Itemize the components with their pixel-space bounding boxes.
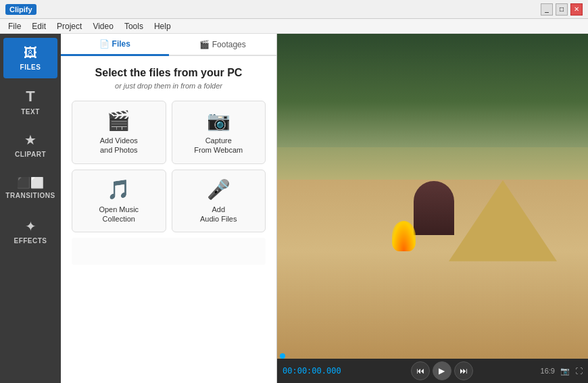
panel-subtitle: or just drop them in from a folder xyxy=(72,82,266,90)
title-bar: Clipify _ □ ✕ xyxy=(0,0,588,19)
menu-project[interactable]: Project xyxy=(51,20,87,32)
effects-icon: ✦ xyxy=(25,218,36,234)
play-button[interactable]: ▶ xyxy=(433,361,451,380)
playback-controls: ⏮ ▶ ⏭ xyxy=(411,361,473,380)
action-grid: 🎬 Add Videosand Photos 📷 CaptureFrom Web… xyxy=(72,101,266,232)
footages-tab-label: Footages xyxy=(212,40,246,49)
music-icon: 🎵 xyxy=(107,178,130,201)
app-logo: Clipify xyxy=(5,4,36,15)
sidebar-item-clipart[interactable]: ★ CLIPART xyxy=(3,124,57,165)
scene-sky xyxy=(277,34,588,147)
preview-area: 00:00:00.000 ⏮ ▶ ⏭ 16:9 📷 ⛶ xyxy=(277,34,588,383)
main-container: 🖼 FILES T TEXT ★ CLIPART ⬛⬜ TRANSITIONS … xyxy=(0,34,588,383)
sidebar-effects-label: EFFECTS xyxy=(14,237,47,245)
sidebar-clipart-label: CLIPART xyxy=(15,151,46,158)
menu-tools[interactable]: Tools xyxy=(119,20,149,32)
forward-button[interactable]: ⏭ xyxy=(454,361,473,380)
time-display: 00:00:00.000 xyxy=(283,366,343,376)
music-label: Open MusicCollection xyxy=(99,205,139,224)
menu-file[interactable]: File xyxy=(3,20,26,32)
menu-help[interactable]: Help xyxy=(149,20,176,32)
preview-playhead xyxy=(280,353,285,359)
files-icon: 🖼 xyxy=(24,45,37,61)
webcam-label: CaptureFrom Webcam xyxy=(194,136,243,155)
panel-tabs: 📄 Files 🎬 Footages xyxy=(61,34,276,56)
aspect-ratio: 16:9 xyxy=(541,367,555,375)
add-videos-label: Add Videosand Photos xyxy=(100,136,138,155)
maximize-button[interactable]: □ xyxy=(556,3,568,16)
audio-button[interactable]: 🎤 AddAudio Files xyxy=(172,170,266,233)
sidebar-item-transitions[interactable]: ⬛⬜ TRANSITIONS xyxy=(3,168,57,208)
content-area: 📄 Files 🎬 Footages Select the files from… xyxy=(61,34,588,383)
sidebar-transitions-label: TRANSITIONS xyxy=(5,192,55,199)
audio-icon: 🎤 xyxy=(207,178,230,201)
panel-body: Select the files from your PC or just dr… xyxy=(61,56,276,383)
music-button[interactable]: 🎵 Open MusicCollection xyxy=(72,170,166,233)
preview-controls: 00:00:00.000 ⏮ ▶ ⏭ 16:9 📷 ⛶ xyxy=(277,359,588,383)
text-icon: T xyxy=(26,88,34,105)
close-button[interactable]: ✕ xyxy=(570,3,583,16)
minimize-button[interactable]: _ xyxy=(541,3,553,16)
files-tab-label: Files xyxy=(112,39,130,49)
clipart-icon: ★ xyxy=(24,132,36,148)
rewind-button[interactable]: ⏮ xyxy=(411,361,430,380)
tab-files[interactable]: 📄 Files xyxy=(61,34,169,56)
preview-options: 16:9 📷 ⛶ xyxy=(541,367,583,376)
panel-title: Select the files from your PC xyxy=(72,67,266,79)
scene-person xyxy=(414,181,454,235)
menu-edit[interactable]: Edit xyxy=(26,20,51,32)
sidebar-item-effects[interactable]: ✦ EFFECTS xyxy=(3,211,57,251)
scene-background xyxy=(277,34,588,359)
sidebar-text-label: TEXT xyxy=(21,108,40,116)
sidebar-files-label: FILES xyxy=(20,63,41,71)
add-videos-icon: 🎬 xyxy=(107,109,130,132)
panel-extra xyxy=(72,238,266,265)
tab-footages[interactable]: 🎬 Footages xyxy=(169,34,277,55)
preview-video xyxy=(277,34,588,359)
webcam-icon: 📷 xyxy=(207,109,230,132)
sidebar: 🖼 FILES T TEXT ★ CLIPART ⬛⬜ TRANSITIONS … xyxy=(0,34,61,383)
fullscreen-icon[interactable]: ⛶ xyxy=(575,367,583,375)
webcam-button[interactable]: 📷 CaptureFrom Webcam xyxy=(172,101,266,164)
sidebar-item-text[interactable]: T TEXT xyxy=(3,81,57,122)
add-videos-button[interactable]: 🎬 Add Videosand Photos xyxy=(72,101,166,164)
panel: 📄 Files 🎬 Footages Select the files from… xyxy=(61,34,277,383)
audio-label: AddAudio Files xyxy=(200,205,237,224)
fire-flame xyxy=(392,221,416,251)
scene-fire xyxy=(392,221,416,251)
menu-video[interactable]: Video xyxy=(87,20,118,32)
sidebar-item-files[interactable]: 🖼 FILES xyxy=(3,38,57,78)
transitions-icon: ⬛⬜ xyxy=(17,176,44,189)
files-tab-icon: 📄 xyxy=(99,39,109,49)
menu-bar: File Edit Project Video Tools Help xyxy=(0,19,588,34)
snapshot-icon[interactable]: 📷 xyxy=(560,367,570,376)
footages-tab-icon: 🎬 xyxy=(199,40,210,49)
